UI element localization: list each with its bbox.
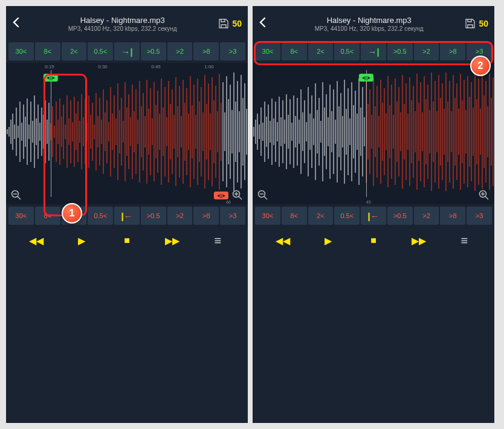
back-button[interactable] [12, 17, 27, 31]
start-nudge-row: 30< 8< 2< 0.5< →| >0.5 >2 >8 >3 [6, 41, 248, 62]
forward-button[interactable]: ▶▶ [409, 235, 428, 247]
nudge-end-fwd-2[interactable]: >2 [167, 207, 193, 225]
jump-to-start-icon[interactable]: →| [114, 42, 140, 60]
zoom-out-icon[interactable] [256, 189, 270, 202]
rewind-button[interactable]: ◀◀ [273, 235, 292, 247]
nudge-end-back-30[interactable]: 30< [8, 207, 34, 225]
nudge-end-fwd-05[interactable]: >0.5 [387, 207, 413, 225]
nudge-start-back-30[interactable]: 30< [255, 42, 280, 60]
time-015: 0:15 [45, 64, 54, 69]
zoom-in-icon[interactable] [231, 189, 244, 202]
time-100: 1:00 [204, 64, 214, 69]
waveform[interactable]: 0:15 0:30 0:45 1:00 [6, 63, 248, 204]
save-group[interactable]: 50 [465, 18, 488, 29]
forward-button[interactable]: ▶▶ [163, 235, 182, 247]
right-screenshot: Halsey - Nightmare.mp3 MP3, 44100 Hz, 32… [253, 6, 494, 423]
stop-button[interactable]: ■ [364, 235, 383, 246]
nudge-end-fwd-30[interactable]: >3 [220, 207, 245, 225]
menu-icon[interactable]: ≡ [454, 234, 474, 248]
waveform[interactable]: ◂|||▸ 45 [253, 63, 494, 204]
play-button[interactable]: ▶ [318, 235, 338, 247]
nudge-start-fwd-30[interactable]: >3 [220, 42, 245, 60]
rewind-button[interactable]: ◀◀ [27, 235, 46, 247]
zoom-out-icon[interactable] [10, 189, 23, 202]
nudge-end-fwd-8[interactable]: >8 [193, 207, 219, 225]
file-meta: MP3, 44100 Hz, 320 kbps, 232.2 секунд [27, 25, 218, 32]
nudge-start-fwd-8[interactable]: >8 [193, 42, 219, 60]
svg-line-275 [264, 196, 267, 199]
file-meta: MP3, 44100 Hz, 320 kbps, 232.2 секунд [273, 25, 465, 32]
jump-to-start-icon[interactable]: →| [361, 42, 386, 60]
time-045: 0:45 [151, 64, 161, 69]
nudge-start-fwd-2[interactable]: >2 [414, 42, 439, 60]
time-030: 0:30 [98, 64, 108, 69]
waveform-svg [6, 71, 248, 192]
start-marker-line[interactable] [51, 70, 51, 197]
save-count: 50 [479, 19, 488, 28]
nudge-start-back-2[interactable]: 2< [62, 42, 87, 60]
playback-controls: ◀◀ ▶ ■ ▶▶ ≡ [6, 226, 248, 255]
nudge-start-back-05[interactable]: 0.5< [334, 42, 360, 60]
nudge-end-fwd-2[interactable]: >2 [414, 207, 439, 225]
playback-controls: ◀◀ ▶ ■ ▶▶ ≡ [253, 226, 494, 255]
stop-button[interactable]: ■ [117, 235, 137, 246]
nudge-start-fwd-8[interactable]: >8 [440, 42, 465, 60]
title-block: Halsey - Nightmare.mp3 MP3, 44100 Hz, 32… [27, 16, 218, 32]
end-nudge-row: 30< 8< 2< 0.5< |← >0.5 >2 >8 >3 [6, 205, 248, 226]
nudge-end-fwd-05[interactable]: >0.5 [141, 207, 166, 225]
nudge-end-back-8[interactable]: 8< [282, 207, 307, 225]
nudge-start-back-30[interactable]: 30< [8, 42, 34, 60]
start-marker-handle[interactable]: ◂|||▸ [44, 74, 58, 82]
filename: Halsey - Nightmare.mp3 [27, 16, 218, 25]
end-nudge-row: 30< 8< 2< 0.5< |← >0.5 >2 >8 >3 [253, 205, 494, 226]
nudge-start-back-8[interactable]: 8< [35, 42, 60, 60]
nudge-start-fwd-2[interactable]: >2 [167, 42, 193, 60]
nudge-start-fwd-05[interactable]: >0.5 [141, 42, 166, 60]
save-group[interactable]: 50 [218, 18, 242, 29]
play-button[interactable]: ▶ [72, 235, 91, 247]
zoom-in-icon[interactable] [477, 189, 491, 202]
back-button[interactable] [259, 17, 273, 31]
tick-value: 45 [366, 200, 371, 204]
waveform-svg [253, 71, 494, 192]
left-screenshot: Halsey - Nightmare.mp3 MP3, 44100 Hz, 32… [6, 6, 248, 423]
svg-line-139 [239, 196, 242, 199]
start-marker-handle[interactable]: ◂|||▸ [359, 74, 373, 82]
nudge-end-fwd-8[interactable]: >8 [440, 207, 465, 225]
jump-to-end-icon[interactable]: |← [361, 207, 386, 225]
nudge-start-back-05[interactable]: 0.5< [88, 42, 113, 60]
badge-1: 1 [62, 203, 82, 224]
header: Halsey - Nightmare.mp3 MP3, 44100 Hz, 32… [6, 6, 248, 41]
nudge-end-back-05[interactable]: 0.5< [334, 207, 360, 225]
nudge-end-fwd-30[interactable]: >3 [467, 207, 492, 225]
jump-to-end-icon[interactable]: |← [114, 207, 140, 225]
filename: Halsey - Nightmare.mp3 [273, 16, 465, 25]
svg-line-135 [18, 196, 21, 199]
svg-line-279 [485, 196, 488, 199]
nudge-end-back-2[interactable]: 2< [308, 207, 334, 225]
badge-2: 2 [470, 56, 491, 76]
save-count: 50 [232, 19, 242, 28]
time-ruler: 0:15 0:30 0:45 1:00 [6, 64, 248, 71]
nudge-end-back-05[interactable]: 0.5< [88, 207, 113, 225]
nudge-start-fwd-05[interactable]: >0.5 [387, 42, 413, 60]
nudge-start-back-8[interactable]: 8< [282, 42, 307, 60]
end-marker-handle[interactable]: ◂|||▸ [214, 192, 228, 199]
save-icon [465, 18, 476, 29]
start-nudge-row: 30< 8< 2< 0.5< →| >0.5 >2 >8 >3 [253, 41, 494, 62]
nudge-start-back-2[interactable]: 2< [308, 42, 334, 60]
menu-icon[interactable]: ≡ [208, 234, 227, 248]
header: Halsey - Nightmare.mp3 MP3, 44100 Hz, 32… [253, 6, 494, 41]
title-block: Halsey - Nightmare.mp3 MP3, 44100 Hz, 32… [273, 16, 465, 32]
start-marker-line[interactable] [366, 70, 367, 197]
tick-value: 66 [226, 200, 231, 204]
save-icon [218, 18, 229, 29]
nudge-end-back-8[interactable]: 8< [35, 207, 60, 225]
nudge-end-back-30[interactable]: 30< [255, 207, 280, 225]
